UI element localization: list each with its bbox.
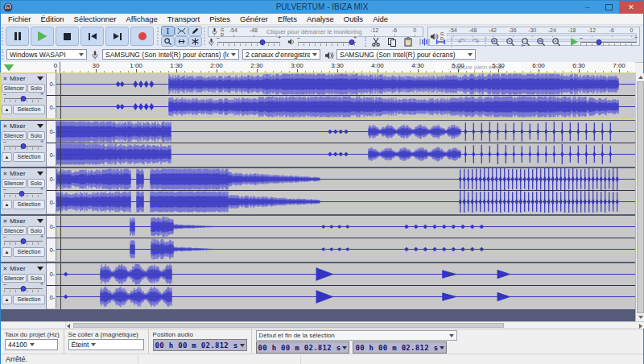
zoom-tool-button[interactable] (161, 36, 175, 47)
horizontal-scrollbar[interactable] (1, 321, 644, 329)
maximize-button[interactable] (598, 1, 619, 14)
playback-device-select[interactable]: SAMSUNG (Son Intel(R) pour écrans) (336, 49, 476, 60)
menu-item-pistes[interactable]: Pistes (204, 14, 235, 25)
scroll-down-icon[interactable] (638, 316, 643, 319)
waveform[interactable] (56, 238, 635, 261)
trim-outside-selection-button[interactable] (417, 36, 431, 47)
menu-item-transport[interactable]: Transport (163, 14, 204, 25)
vertical-scale-ruler[interactable]: 0- (47, 168, 56, 190)
cut-button[interactable] (369, 36, 383, 47)
waveform[interactable] (56, 286, 635, 308)
track-collapse-button[interactable]: ▲ (2, 152, 12, 162)
track-select-button[interactable]: Sélection (13, 105, 45, 114)
waveform[interactable] (56, 73, 635, 95)
track-close-button[interactable]: ✕ (2, 266, 9, 272)
track-collapse-button[interactable]: ▲ (2, 200, 12, 209)
stop-button[interactable] (56, 27, 79, 46)
track-name[interactable]: Mixer (9, 217, 37, 225)
track-menu-chevron-icon[interactable] (37, 267, 43, 271)
vertical-scrollbar[interactable] (635, 73, 644, 321)
track-select-button[interactable]: Sélection (13, 247, 45, 257)
menu-item-outils[interactable]: Outils (339, 14, 368, 25)
vertical-scale-ruler[interactable]: 0- (47, 216, 56, 238)
undo-button[interactable]: ↶ (454, 36, 469, 47)
record-volume-slider[interactable]: –+ (217, 37, 280, 47)
track-select-button[interactable]: Sélection (13, 200, 45, 209)
track-name[interactable]: Mixer (9, 170, 37, 177)
playback-volume-slider[interactable]: –+ (298, 37, 356, 47)
audio-position-field[interactable]: 00 h 00 m 02.812 s (153, 339, 247, 351)
menu-item-fichier[interactable]: Fichier (3, 14, 36, 25)
minimize-button[interactable]: – (577, 1, 598, 14)
vertical-scale-ruler[interactable]: 0- (47, 73, 56, 95)
waveform[interactable] (56, 121, 635, 143)
zoom-to-project-button[interactable] (534, 36, 548, 47)
waveform[interactable] (56, 168, 635, 190)
menu-item-selectionner[interactable]: Sélectionner (69, 14, 122, 25)
zoom-to-selection-button[interactable] (518, 36, 533, 47)
track-menu-chevron-icon[interactable] (37, 172, 43, 176)
vertical-scrollbar-thumb[interactable] (637, 81, 644, 313)
vertical-scale-ruler[interactable]: 0- (47, 263, 56, 285)
track-gain-slider[interactable]: –+ (4, 283, 43, 294)
waveform[interactable] (56, 143, 635, 166)
vertical-scale-ruler[interactable]: 0- (47, 96, 56, 118)
track-menu-chevron-icon[interactable] (37, 219, 43, 223)
vertical-scale-ruler[interactable]: 0- (47, 286, 56, 308)
menu-item-affichage[interactable]: Affichage (121, 14, 162, 25)
waveform[interactable] (56, 263, 635, 285)
track-gain-slider[interactable]: –+ (4, 93, 43, 104)
selection-end-field[interactable]: 00 h 00 m 02.812 s (353, 341, 447, 354)
close-button[interactable]: ✕ (619, 1, 643, 14)
track-gain-slider[interactable]: –+ (4, 236, 43, 246)
paste-button[interactable] (401, 36, 415, 47)
copy-button[interactable] (385, 36, 399, 47)
track-collapse-button[interactable]: ▲ (2, 247, 12, 257)
silence-selection-button[interactable] (433, 36, 448, 47)
menu-item-generer[interactable]: Générer (235, 14, 273, 25)
track-collapse-button[interactable]: ▲ (2, 295, 12, 304)
envelope-tool-button[interactable] (175, 26, 188, 36)
vertical-scale-ruler[interactable]: 0- (47, 238, 56, 261)
draw-tool-button[interactable] (188, 26, 202, 36)
vertical-scale-ruler[interactable]: 0- (47, 143, 56, 166)
time-shift-tool-button[interactable] (175, 36, 188, 47)
track-select-button[interactable]: Sélection (13, 295, 45, 304)
timeline-ruler[interactable]: Capture plein écran 0301:001:302:002:303… (1, 62, 635, 74)
play-speed-slider[interactable]: –+ (580, 37, 637, 47)
vertical-scale-ruler[interactable]: 0- (47, 191, 56, 213)
zoom-out-button[interactable] (503, 36, 518, 47)
horizontal-scrollbar-thumb[interactable] (73, 323, 504, 328)
track-collapse-button[interactable]: ▲ (2, 105, 12, 114)
track-gain-slider[interactable]: –+ (4, 141, 43, 151)
recording-device-select[interactable]: SAMSUNG (Son Intel(R) pour écrans) (loop… (102, 49, 239, 60)
recording-channels-select[interactable]: 2 canaux d'enregistremer (242, 49, 320, 60)
timeline-pin-icon[interactable] (4, 64, 14, 71)
track-close-button[interactable]: ✕ (2, 123, 9, 130)
zoom-toggle-button[interactable] (549, 36, 564, 47)
waveform[interactable] (56, 96, 635, 118)
scroll-up-icon[interactable] (638, 76, 643, 79)
track-close-button[interactable]: ✕ (2, 218, 9, 225)
track-close-button[interactable]: ✕ (2, 76, 9, 82)
toolbar-grip[interactable] (2, 49, 6, 60)
track-menu-chevron-icon[interactable] (37, 124, 43, 128)
waveform[interactable] (56, 191, 635, 213)
menu-item-effets[interactable]: Effets (273, 14, 302, 25)
redo-button[interactable]: ↷ (469, 36, 483, 47)
track-close-button[interactable]: ✕ (2, 171, 9, 177)
track-gain-slider[interactable]: –+ (4, 188, 43, 199)
record-button[interactable] (130, 27, 154, 46)
selection-mode-select[interactable]: Début et fin de la sélection (256, 330, 457, 341)
selection-tool-button[interactable]: I (161, 26, 175, 36)
waveform[interactable] (56, 216, 635, 238)
skip-to-start-button[interactable] (80, 27, 104, 46)
track-name[interactable]: Mixer (9, 75, 37, 82)
track-name[interactable]: Mixer (9, 265, 37, 272)
audio-host-select[interactable]: Windows WASAPI (6, 49, 87, 60)
multi-tool-button[interactable] (188, 36, 202, 47)
track-menu-chevron-icon[interactable] (37, 77, 43, 81)
pause-button[interactable] (6, 27, 29, 46)
selection-start-field[interactable]: 00 h 00 m 02.812 s (256, 341, 350, 354)
vertical-scale-ruler[interactable]: 0- (47, 121, 56, 143)
